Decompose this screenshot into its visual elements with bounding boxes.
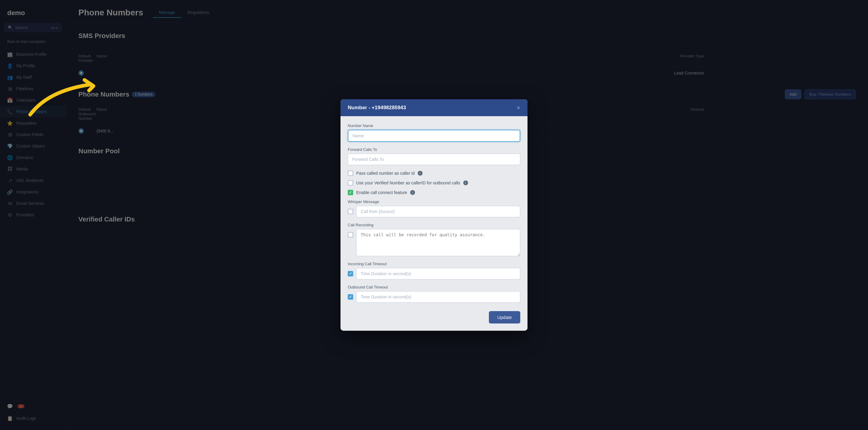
outbound-timeout-group: Outbound Call Timeout ✓ bbox=[348, 285, 520, 303]
use-verified-checkbox[interactable] bbox=[348, 180, 353, 185]
recording-row bbox=[348, 229, 520, 256]
forward-calls-label: Forward Calls To bbox=[348, 147, 520, 152]
arrow-annotation bbox=[24, 66, 127, 122]
number-name-input[interactable] bbox=[348, 130, 520, 142]
whisper-checkbox[interactable] bbox=[348, 209, 353, 214]
modal: Number - +19498285943 × Number Name Forw… bbox=[341, 99, 527, 331]
call-recording-label: Call Recording bbox=[348, 223, 520, 227]
call-connect-info-icon[interactable]: i bbox=[410, 190, 415, 195]
whisper-row bbox=[348, 206, 520, 217]
pass-caller-id-label: Pass called number as caller id bbox=[356, 171, 415, 176]
pass-caller-id-checkbox[interactable] bbox=[348, 171, 353, 176]
outbound-timeout-row: ✓ bbox=[348, 291, 520, 303]
incoming-timeout-label: Incoming Call Timeout bbox=[348, 262, 520, 266]
modal-close-button[interactable]: × bbox=[517, 105, 520, 111]
outbound-timeout-checkbox[interactable]: ✓ bbox=[348, 294, 353, 299]
whisper-input[interactable] bbox=[356, 206, 520, 217]
incoming-timeout-group: Incoming Call Timeout ✓ bbox=[348, 262, 520, 280]
whisper-message-label: Whisper Message bbox=[348, 199, 520, 204]
whisper-message-group: Whisper Message bbox=[348, 199, 520, 217]
outbound-timeout-input[interactable] bbox=[356, 291, 520, 303]
pass-caller-id-row: Pass called number as caller id i bbox=[348, 171, 520, 176]
modal-overlay: Number - +19498285943 × Number Name Forw… bbox=[0, 0, 868, 430]
enable-call-connect-label: Enable call connect feature bbox=[356, 190, 407, 195]
forward-calls-group: Forward Calls To bbox=[348, 147, 520, 165]
number-name-group: Number Name bbox=[348, 123, 520, 142]
update-button[interactable]: Update bbox=[489, 311, 520, 323]
incoming-timeout-input[interactable] bbox=[356, 268, 520, 280]
incoming-timeout-checkbox[interactable]: ✓ bbox=[348, 271, 353, 277]
call-recording-group: Call Recording bbox=[348, 223, 520, 256]
outbound-timeout-label: Outbound Call Timeout bbox=[348, 285, 520, 289]
modal-footer: Update bbox=[348, 308, 520, 323]
modal-body: Number Name Forward Calls To Pass called… bbox=[341, 116, 527, 331]
outbound-check-mark: ✓ bbox=[349, 295, 352, 299]
modal-title: Number - +19498285943 bbox=[348, 105, 406, 111]
use-verified-row: Use your Verified Number as callerID for… bbox=[348, 180, 520, 185]
check-mark: ✓ bbox=[349, 191, 352, 195]
enable-call-connect-checkbox[interactable]: ✓ bbox=[348, 190, 353, 195]
pass-caller-id-info-icon[interactable]: i bbox=[418, 171, 423, 176]
use-verified-info-icon[interactable]: i bbox=[463, 180, 468, 185]
call-recording-textarea[interactable] bbox=[356, 229, 520, 256]
number-name-label: Number Name bbox=[348, 123, 520, 128]
incoming-check-mark: ✓ bbox=[349, 271, 352, 276]
incoming-timeout-row: ✓ bbox=[348, 268, 520, 280]
use-verified-label: Use your Verified Number as callerID for… bbox=[356, 180, 460, 185]
recording-checkbox[interactable] bbox=[348, 232, 353, 237]
modal-header: Number - +19498285943 × bbox=[341, 99, 527, 116]
forward-calls-input[interactable] bbox=[348, 153, 520, 165]
enable-call-connect-row: ✓ Enable call connect feature i bbox=[348, 190, 520, 195]
